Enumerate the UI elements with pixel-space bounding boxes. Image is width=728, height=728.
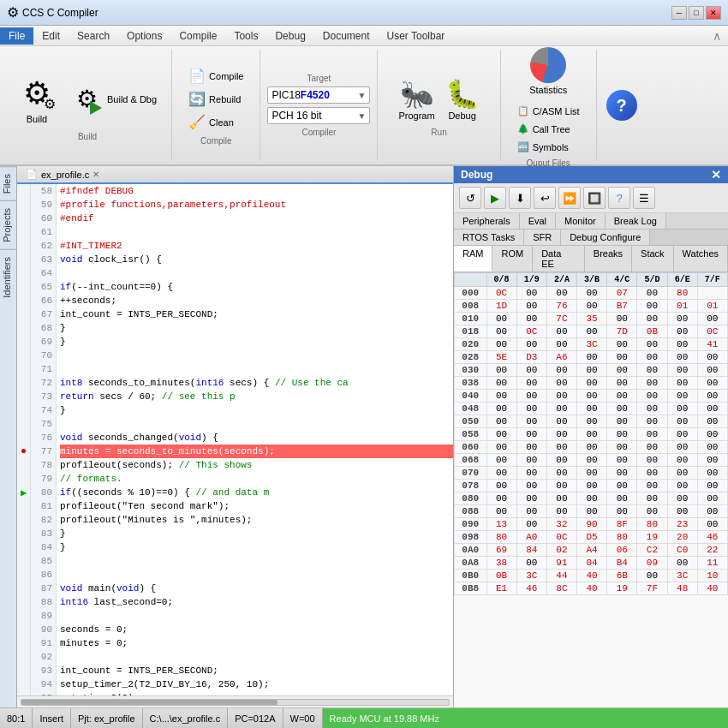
editor-tab[interactable]: 📄 ex_profile.c ✕ bbox=[17, 166, 453, 184]
mem-addr-cell: 0A0 bbox=[455, 544, 487, 557]
col-h-2: 2/A bbox=[546, 273, 576, 287]
debug-help-button[interactable]: ? bbox=[608, 187, 630, 209]
build-debug-button[interactable]: ⚙ Build & Dbg bbox=[67, 81, 161, 117]
tab-breaks[interactable]: Breaks bbox=[585, 246, 632, 272]
mem-val-cell: 00 bbox=[546, 415, 576, 428]
build-button[interactable]: ⚙ ⚙ Build bbox=[14, 70, 60, 128]
window-controls: ─ □ ✕ bbox=[671, 6, 721, 20]
calltree-button[interactable]: 🌲 Call Tree bbox=[511, 121, 586, 137]
tab-sfr[interactable]: SFR bbox=[524, 230, 561, 245]
code-line-80: if((seconds % 10)==0) { // and data m bbox=[60, 486, 453, 499]
mem-val-cell: 00 bbox=[667, 505, 697, 518]
mem-addr-cell: 0B0 bbox=[455, 570, 487, 582]
mem-val-cell: 48 bbox=[667, 582, 697, 595]
symbols-button[interactable]: 🔤 Symbols bbox=[511, 139, 586, 155]
tab-monitor[interactable]: Monitor bbox=[556, 213, 606, 229]
debug-icons-row: ↺ ▶ ⬇ ↩ ⏩ 🔲 ? ☰ bbox=[454, 183, 728, 213]
mem-val-cell: 00 bbox=[637, 300, 667, 313]
mem-val-cell: 80 bbox=[486, 531, 516, 544]
mem-val-cell: 00 bbox=[607, 351, 637, 364]
mem-val-cell: 3C bbox=[667, 570, 697, 582]
debug-fast-forward-button[interactable]: ⏩ bbox=[558, 187, 581, 209]
menu-document[interactable]: Document bbox=[314, 27, 379, 45]
tab-watches[interactable]: Watches bbox=[674, 246, 728, 272]
program-button[interactable]: 🐜 Program bbox=[395, 75, 438, 124]
tab-rom[interactable]: ROM bbox=[492, 246, 533, 272]
compile-button[interactable]: 📄 Compile bbox=[182, 65, 249, 87]
sidebar-identifiers[interactable]: Identifiers bbox=[0, 249, 16, 305]
menu-user-toolbar[interactable]: User Toolbar bbox=[379, 27, 454, 45]
build-debug-inner[interactable]: ⚙ Build & Dbg bbox=[67, 81, 161, 117]
debug-watch-button[interactable]: ☰ bbox=[633, 187, 655, 209]
menu-tools[interactable]: Tools bbox=[225, 27, 266, 45]
mode-dropdown[interactable]: PCH 16 bit ▼ bbox=[267, 107, 370, 124]
debug-tab-bar-1: Peripherals Eval Monitor Break Log bbox=[454, 213, 728, 230]
mem-row: 0A0698402A406C2C022 bbox=[455, 544, 728, 557]
menu-compile[interactable]: Compile bbox=[170, 27, 225, 45]
mem-val-cell: 00 bbox=[607, 467, 637, 480]
menu-file[interactable]: File bbox=[0, 27, 33, 45]
mem-row: 0700000000000000000 bbox=[455, 467, 728, 480]
mem-val-cell: 6B bbox=[607, 570, 637, 582]
sidebar-files[interactable]: Files bbox=[0, 166, 16, 200]
line-number-63: 63 bbox=[34, 253, 52, 266]
menu-search[interactable]: Search bbox=[69, 27, 118, 45]
h-scroll-track[interactable] bbox=[21, 699, 450, 706]
editor-close-button[interactable]: ✕ bbox=[92, 170, 99, 179]
debug-step-around-button[interactable]: ↩ bbox=[534, 187, 556, 209]
minimize-button[interactable]: ─ bbox=[671, 6, 687, 20]
debug-run-btn[interactable]: ▶ bbox=[484, 187, 506, 209]
tab-peripherals[interactable]: Peripherals bbox=[454, 213, 520, 229]
debug-close-button[interactable]: ✕ bbox=[711, 169, 721, 181]
debug-run-button[interactable]: 🐛 Debug bbox=[442, 75, 483, 124]
code-line-59: #profile functions,parameters,profileout bbox=[60, 198, 453, 212]
mem-val-cell: 00 bbox=[667, 467, 697, 480]
casm-button[interactable]: 📋 C/ASM List bbox=[511, 103, 586, 119]
build-debug-label: Build & Dbg bbox=[107, 94, 157, 104]
menu-debug[interactable]: Debug bbox=[266, 27, 313, 45]
debug-chip-button[interactable]: 🔲 bbox=[583, 187, 606, 209]
tab-rtos[interactable]: RTOS Tasks bbox=[454, 230, 524, 245]
menu-edit[interactable]: Edit bbox=[33, 27, 69, 45]
tab-break-log[interactable]: Break Log bbox=[606, 213, 666, 229]
line-marker-85 bbox=[17, 554, 30, 568]
mem-val-cell: 00 bbox=[697, 313, 727, 325]
program-counter: PC=012A bbox=[235, 713, 275, 724]
menu-expand[interactable]: ∧ bbox=[713, 29, 728, 43]
mem-val-cell: 00 bbox=[577, 325, 607, 338]
statistics-button[interactable]: Statistics bbox=[525, 43, 571, 99]
clean-button[interactable]: 🧹 Clean bbox=[182, 111, 249, 133]
mem-val-cell: 00 bbox=[486, 377, 516, 390]
chip-dropdown[interactable]: PIC18F4520 ▼ bbox=[267, 87, 370, 104]
mem-val-cell: 40 bbox=[697, 582, 727, 595]
mem-val-cell: A0 bbox=[516, 531, 546, 544]
line-marker-94 bbox=[17, 677, 30, 691]
sidebar-projects[interactable]: Projects bbox=[0, 200, 16, 249]
debug-restart-button[interactable]: ↺ bbox=[459, 187, 481, 209]
cursor-position: 80:1 bbox=[7, 713, 25, 724]
tab-debug-configure[interactable]: Debug Configure bbox=[561, 230, 650, 245]
line-marker-83 bbox=[17, 527, 30, 540]
line-number-84: 84 bbox=[34, 540, 52, 554]
h-scrollbar[interactable] bbox=[17, 695, 453, 707]
code-area[interactable]: #ifndef DEBUG #profile functions,paramet… bbox=[57, 184, 453, 695]
maximize-button[interactable]: □ bbox=[689, 6, 704, 20]
h-scroll-thumb[interactable] bbox=[21, 700, 277, 705]
tab-stack[interactable]: Stack bbox=[632, 246, 674, 272]
mem-addr-cell: 028 bbox=[455, 351, 487, 364]
tab-eval[interactable]: Eval bbox=[520, 213, 556, 229]
tab-ram[interactable]: RAM bbox=[454, 246, 492, 272]
memory-table[interactable]: 0/8 1/9 2/A 3/B 4/C 5/D 6/E 7/F 0000C000… bbox=[454, 272, 728, 707]
line-number-79: 79 bbox=[34, 472, 52, 486]
code-line-73: return secs / 60; // see this p bbox=[60, 390, 453, 403]
debug-step-over-button[interactable]: ⬇ bbox=[509, 187, 531, 209]
line-marker-60 bbox=[17, 212, 30, 225]
menu-options[interactable]: Options bbox=[118, 27, 170, 45]
close-button[interactable]: ✕ bbox=[706, 6, 721, 20]
w-register: W=00 bbox=[290, 713, 315, 724]
help-button[interactable]: ? bbox=[602, 86, 641, 125]
rebuild-button[interactable]: 🔄 Rebuild bbox=[182, 88, 249, 110]
mem-addr-cell: 060 bbox=[455, 441, 487, 454]
mem-val-cell: 00 bbox=[516, 480, 546, 492]
tab-data-ee[interactable]: Data EE bbox=[533, 246, 585, 272]
